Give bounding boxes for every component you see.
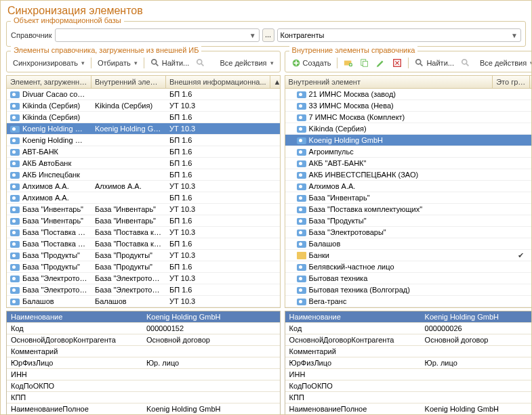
details-row: НаименованиеПолноеKoenig Holding GmbH <box>7 403 280 415</box>
item-icon <box>297 126 306 133</box>
left-legend: Элементы справочника, загруженные из вне… <box>11 46 201 54</box>
left-details: НаименованиеKoenig Holding GmbHКод000000… <box>6 311 281 415</box>
table-row[interactable]: АКБ ИнспецбанкБП 1.6 <box>7 169 280 181</box>
item-icon <box>10 91 20 98</box>
left-toolbar: Синхронизировать Отбирать Найти... Все д… <box>7 51 280 72</box>
details-header: НаименованиеKoenig Holding GmbH <box>285 311 532 323</box>
table-row[interactable]: 21 ИМНС Москва (завод) <box>285 89 532 100</box>
table-row[interactable]: Koenig Holding GmbH <box>285 135 532 146</box>
item-icon <box>297 137 306 144</box>
table-row[interactable]: Алхимов А.А.БП 1.6 <box>7 192 280 204</box>
col-int[interactable]: Внутренний элемент <box>91 76 166 88</box>
table-row[interactable]: База "Поставка комп...База "Поставка ком… <box>7 238 280 250</box>
table-row[interactable]: База "Поставка комплектующих" <box>285 204 532 215</box>
copy-button[interactable] <box>358 57 371 69</box>
col-base[interactable]: Внешняя информационна... <box>166 76 270 88</box>
right-toolbar: Создать Найти... <box>285 51 532 72</box>
delete-button[interactable] <box>390 57 404 69</box>
all-actions-button[interactable]: Все действия <box>218 58 275 68</box>
clear-find-button-right[interactable] <box>459 57 472 69</box>
edit-button[interactable] <box>374 57 388 69</box>
sync-button[interactable]: Синхронизировать <box>11 58 87 68</box>
clear-find-button[interactable] <box>194 57 207 69</box>
table-row[interactable]: Алхимов А.А. <box>285 181 532 192</box>
svg-line-13 <box>466 64 469 66</box>
table-row[interactable]: База "Электротовары"База "Электротовары"… <box>7 273 280 284</box>
item-icon <box>10 137 20 144</box>
col-ext[interactable]: Элемент, загруженный из ... <box>7 76 91 88</box>
find-button[interactable]: Найти... <box>148 57 192 69</box>
details-row: Комментарий <box>285 346 532 357</box>
object-ref-select[interactable]: Контрагенты▼ <box>277 28 521 42</box>
table-row[interactable]: АКБ "АВТ-БАНК" <box>285 158 532 169</box>
item-icon <box>10 195 20 202</box>
item-icon <box>10 264 20 271</box>
object-type-select[interactable]: ▼ <box>55 28 260 42</box>
item-icon <box>10 241 20 248</box>
table-row[interactable]: База "Продукты" <box>285 215 532 227</box>
item-icon <box>10 126 20 133</box>
all-actions-button-right[interactable]: Все действия <box>478 58 532 68</box>
table-row[interactable]: База "Инвентарь"База "Инвентарь"УТ 10.3 <box>7 204 280 215</box>
right-table-header: Внутренний элемент Это группа <box>285 76 532 89</box>
table-row[interactable]: Koenig Holding GmbHKoenig Holding GmbHУТ… <box>7 123 280 135</box>
table-row[interactable]: Kikinda (Сербия)БП 1.6 <box>7 112 280 123</box>
item-icon <box>10 114 20 121</box>
left-table-body[interactable]: Divuar Cacao companyБП 1.6Kikinda (Серби… <box>7 89 280 307</box>
object-type-picker-button[interactable]: ... <box>262 28 274 42</box>
search-clear-icon <box>196 58 205 68</box>
table-row[interactable]: Kikinda (Сербия)Kikinda (Сербия)УТ 10.3 <box>7 100 280 112</box>
table-row[interactable]: 33 ИМНС Москва (Нева) <box>285 100 532 112</box>
table-row[interactable]: АВТ-БАНКБП 1.6 <box>7 146 280 158</box>
item-icon <box>297 276 306 282</box>
table-row[interactable]: Бытовая техника <box>285 273 532 284</box>
item-icon <box>297 218 306 225</box>
right-table-body[interactable]: 21 ИМНС Москва (завод)33 ИМНС Москва (Не… <box>285 89 532 307</box>
item-icon <box>297 160 306 167</box>
item-icon <box>297 206 306 213</box>
table-row[interactable]: База "Электротовары"База "Электротовары"… <box>7 284 280 296</box>
table-row[interactable]: База "Продукты"База "Продукты"БП 1.6 <box>7 261 280 273</box>
item-icon <box>297 91 306 98</box>
table-row[interactable]: Kikinda (Сербия) <box>285 123 532 135</box>
col-group[interactable]: Это группа <box>493 76 530 88</box>
svg-point-0 <box>151 60 156 64</box>
table-row[interactable]: АКБ ИНВЕСТСПЕЦБАНК (ЗАО) <box>285 169 532 181</box>
item-icon <box>297 241 306 248</box>
table-row[interactable]: База "Электротовары" <box>285 227 532 238</box>
folder-plus-icon <box>344 58 353 68</box>
table-row[interactable]: База "Инвентарь"База "Инвентарь"БП 1.6 <box>7 215 280 227</box>
copy-icon <box>360 58 369 68</box>
table-row[interactable]: Вега-транс <box>285 296 532 307</box>
table-row[interactable]: Бытовая техника (Волгоград) <box>285 284 532 296</box>
details-row: КодПоОКПО <box>285 380 532 392</box>
table-row[interactable]: База "Инвентарь" <box>285 192 532 204</box>
table-row[interactable]: База "Поставка комп...База "Поставка ком… <box>7 227 280 238</box>
create-folder-button[interactable] <box>342 57 355 69</box>
table-row[interactable]: Divuar Cacao companyБП 1.6 <box>7 89 280 100</box>
table-row[interactable]: 7 ИМНС Москва (Комплект) <box>285 112 532 123</box>
filter-button[interactable]: Отбирать <box>96 58 140 68</box>
table-row[interactable]: Банки✔ <box>285 250 532 261</box>
table-row[interactable]: БалашовБалашовУТ 10.3 <box>7 296 280 307</box>
search-clear-icon <box>461 58 470 68</box>
table-row[interactable]: Koenig Holding GmbHБП 1.6 <box>7 135 280 146</box>
col-name[interactable]: Внутренний элемент <box>285 76 493 88</box>
item-icon <box>297 299 306 305</box>
details-row: Код000000152 <box>7 323 280 334</box>
folder-icon <box>297 252 306 259</box>
item-icon <box>297 183 306 190</box>
table-row[interactable]: База "Продукты"База "Продукты"УТ 10.3 <box>7 250 280 261</box>
create-button[interactable]: Создать <box>289 57 333 69</box>
item-icon <box>297 114 306 121</box>
table-row[interactable]: Белявский-частное лицо <box>285 261 532 273</box>
table-row[interactable]: Балашов <box>285 238 532 250</box>
svg-point-12 <box>462 60 467 64</box>
details-header: НаименованиеKoenig Holding GmbH <box>7 311 280 323</box>
table-row[interactable]: АКБ АвтоБанкБП 1.6 <box>7 158 280 169</box>
item-icon <box>10 299 20 305</box>
left-fieldset: Элементы справочника, загруженные из вне… <box>6 51 281 72</box>
table-row[interactable]: Алхимов А.А.Алхимов А.А.УТ 10.3 <box>7 181 280 192</box>
find-button-right[interactable]: Найти... <box>413 57 456 69</box>
table-row[interactable]: Агроимпульс <box>285 146 532 158</box>
